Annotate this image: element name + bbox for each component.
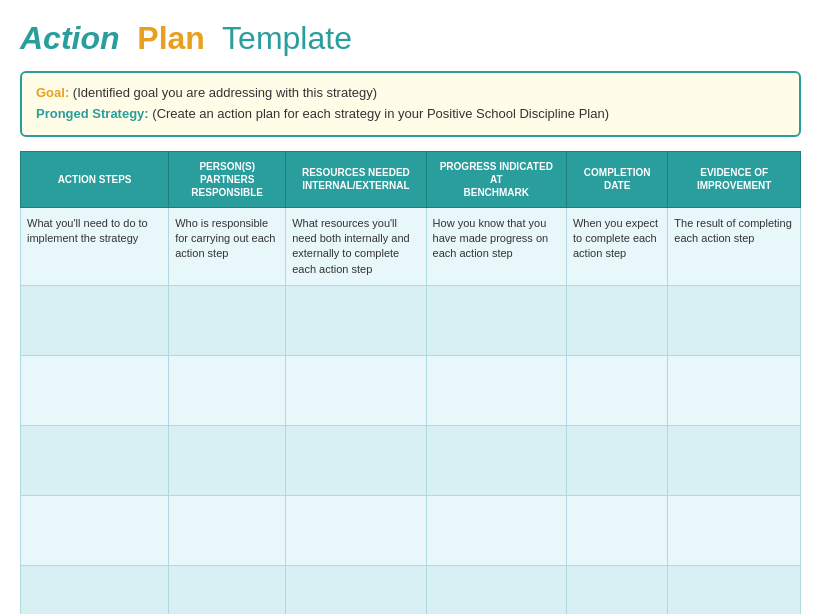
- title-action: Action: [20, 20, 120, 56]
- cell-resources_needed[interactable]: What resources you'll need both internal…: [286, 207, 426, 286]
- table-row: [21, 496, 801, 566]
- cell-progress_indicated[interactable]: How you know that you have made progress…: [426, 207, 566, 286]
- cell-action_steps[interactable]: [21, 566, 169, 614]
- table-row: [21, 566, 801, 614]
- cell-resources_needed[interactable]: [286, 356, 426, 426]
- cell-action_steps[interactable]: [21, 286, 169, 356]
- table-row: [21, 356, 801, 426]
- goal-line: Goal: (Identified goal you are addressin…: [36, 83, 785, 104]
- goal-text: (Identified goal you are addressing with…: [73, 85, 377, 100]
- title-template: Template: [222, 20, 352, 56]
- cell-completion_date[interactable]: [566, 356, 667, 426]
- cell-action_steps[interactable]: [21, 356, 169, 426]
- cell-completion_date[interactable]: When you expect to complete each action …: [566, 207, 667, 286]
- header-action-steps: ACTION STEPS: [21, 151, 169, 207]
- cell-completion_date[interactable]: [566, 286, 667, 356]
- cell-action_steps[interactable]: [21, 496, 169, 566]
- cell-evidence_of_improvement[interactable]: [668, 286, 801, 356]
- cell-progress_indicated[interactable]: [426, 356, 566, 426]
- cell-persons_responsible[interactable]: [169, 426, 286, 496]
- action-plan-table: ACTION STEPS PERSON(S)PARTNERSRESPONSIBL…: [20, 151, 801, 614]
- title-plan: Plan: [137, 20, 205, 56]
- goal-label: Goal:: [36, 85, 69, 100]
- cell-progress_indicated[interactable]: [426, 566, 566, 614]
- cell-completion_date[interactable]: [566, 566, 667, 614]
- cell-progress_indicated[interactable]: [426, 286, 566, 356]
- header-progress-indicated: PROGRESS INDICATED ATBENCHMARK: [426, 151, 566, 207]
- cell-persons_responsible[interactable]: [169, 566, 286, 614]
- cell-action_steps[interactable]: [21, 426, 169, 496]
- pronged-label: Pronged Strategy:: [36, 106, 149, 121]
- header-persons-responsible: PERSON(S)PARTNERSRESPONSIBLE: [169, 151, 286, 207]
- cell-evidence_of_improvement[interactable]: [668, 356, 801, 426]
- cell-persons_responsible[interactable]: Who is responsible for carrying out each…: [169, 207, 286, 286]
- cell-resources_needed[interactable]: [286, 426, 426, 496]
- cell-progress_indicated[interactable]: [426, 426, 566, 496]
- page-title: Action Plan Template: [20, 20, 801, 57]
- header-resources-needed: RESOURCES NEEDEDINTERNAL/EXTERNAL: [286, 151, 426, 207]
- cell-progress_indicated[interactable]: [426, 496, 566, 566]
- cell-persons_responsible[interactable]: [169, 286, 286, 356]
- cell-evidence_of_improvement[interactable]: [668, 496, 801, 566]
- table-row: [21, 426, 801, 496]
- header-evidence-improvement: EVIDENCE OFIMPROVEMENT: [668, 151, 801, 207]
- cell-resources_needed[interactable]: [286, 496, 426, 566]
- cell-persons_responsible[interactable]: [169, 356, 286, 426]
- cell-completion_date[interactable]: [566, 426, 667, 496]
- table-header-row: ACTION STEPS PERSON(S)PARTNERSRESPONSIBL…: [21, 151, 801, 207]
- cell-evidence_of_improvement[interactable]: The result of completing each action ste…: [668, 207, 801, 286]
- cell-evidence_of_improvement[interactable]: [668, 426, 801, 496]
- cell-resources_needed[interactable]: [286, 566, 426, 614]
- cell-action_steps[interactable]: What you'll need to do to implement the …: [21, 207, 169, 286]
- cell-evidence_of_improvement[interactable]: [668, 566, 801, 614]
- goal-box: Goal: (Identified goal you are addressin…: [20, 71, 801, 137]
- cell-resources_needed[interactable]: [286, 286, 426, 356]
- table-row: What you'll need to do to implement the …: [21, 207, 801, 286]
- cell-completion_date[interactable]: [566, 496, 667, 566]
- cell-persons_responsible[interactable]: [169, 496, 286, 566]
- pronged-line: Pronged Strategy: (Create an action plan…: [36, 104, 785, 125]
- pronged-text: (Create an action plan for each strategy…: [152, 106, 609, 121]
- table-row: [21, 286, 801, 356]
- header-completion-date: COMPLETIONDATE: [566, 151, 667, 207]
